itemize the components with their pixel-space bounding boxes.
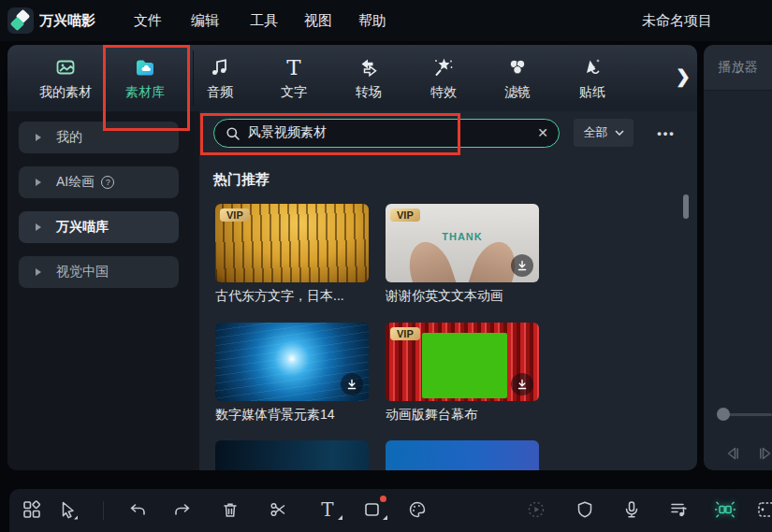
tab-label: 素材库 bbox=[106, 84, 184, 101]
section-title: 热门推荐 bbox=[213, 171, 269, 189]
download-button[interactable] bbox=[511, 373, 533, 395]
library-content: ✕ 全部 ••• 热门推荐 VIP 古代东方文字，日本... VIP THANK… bbox=[199, 111, 697, 470]
cloud-folder-icon bbox=[106, 53, 184, 81]
microphone-icon bbox=[621, 499, 642, 520]
previous-frame-button[interactable] bbox=[723, 444, 742, 463]
expand-tabs-chevron-icon[interactable]: ❯ bbox=[676, 65, 691, 87]
next-frame-button[interactable] bbox=[756, 444, 772, 463]
sidebar-item-ai-drawing[interactable]: AI绘画 ? bbox=[19, 166, 179, 198]
text-tool-button[interactable]: T bbox=[316, 498, 339, 521]
menu-help[interactable]: 帮助 bbox=[358, 12, 386, 30]
dropdown-corner-icon bbox=[383, 515, 387, 520]
frame-rect-icon bbox=[362, 499, 383, 520]
toolbar-divider bbox=[103, 501, 104, 520]
menu-tools[interactable]: 工具 bbox=[250, 12, 278, 30]
layout-grid-icon bbox=[22, 499, 42, 520]
record-voiceover-button[interactable] bbox=[620, 498, 643, 521]
card-title: 数字媒体背景元素14 bbox=[215, 407, 374, 424]
tab-transitions[interactable]: 转场 bbox=[329, 53, 408, 101]
shield-button[interactable] bbox=[574, 498, 596, 521]
chevron-down-icon bbox=[615, 130, 624, 136]
download-button[interactable] bbox=[341, 373, 363, 395]
tab-filters[interactable]: 滤镜 bbox=[478, 53, 557, 101]
expand-caret-icon bbox=[36, 223, 41, 231]
search-input[interactable] bbox=[248, 120, 519, 146]
menu-view[interactable]: 视图 bbox=[304, 12, 332, 30]
redo-button[interactable] bbox=[171, 498, 194, 521]
sidebar-item-wondershare-library[interactable]: 万兴喵库 bbox=[19, 211, 179, 243]
thumbnail-partial[interactable] bbox=[215, 440, 369, 470]
sidebar-item-mine[interactable]: 我的 bbox=[19, 122, 179, 153]
thumbnail-overlay-text: THANK bbox=[386, 231, 539, 242]
marker-button[interactable] bbox=[756, 498, 772, 521]
tab-media-library[interactable]: 素材库 bbox=[106, 53, 184, 101]
timeline-toolbar: T bbox=[9, 489, 772, 532]
trash-icon bbox=[220, 499, 240, 520]
tab-label: 转场 bbox=[329, 84, 408, 101]
select-tool-button[interactable] bbox=[57, 498, 80, 521]
audio-mixer-button[interactable] bbox=[667, 498, 690, 521]
transition-arrows-icon bbox=[329, 53, 408, 81]
media-panel: 我的素材 素材库 音频 T 文字 转场 bbox=[7, 45, 697, 470]
dropdown-corner-icon bbox=[338, 515, 342, 520]
vip-badge: VIP bbox=[220, 208, 250, 222]
pip-record-button[interactable] bbox=[361, 498, 384, 521]
redo-icon bbox=[172, 499, 193, 520]
tab-effects[interactable]: 特效 bbox=[404, 53, 483, 101]
app-name: 万兴喵影 bbox=[39, 12, 95, 30]
shield-icon bbox=[575, 499, 595, 520]
sidebar-item-visual-china[interactable]: 视觉中国 bbox=[19, 256, 179, 288]
previous-frame-icon bbox=[723, 444, 742, 463]
filter-circles-icon bbox=[478, 53, 557, 81]
player-header-tab[interactable]: 播放器 bbox=[704, 45, 772, 91]
media-tabbar: 我的素材 素材库 音频 T 文字 转场 bbox=[7, 45, 697, 111]
delete-button[interactable] bbox=[219, 498, 241, 521]
thumbnail-thank-you-animation[interactable]: VIP THANK bbox=[386, 204, 539, 282]
marker-icon bbox=[756, 499, 772, 520]
tabbar-divider bbox=[193, 50, 194, 106]
more-options-button[interactable]: ••• bbox=[647, 119, 686, 147]
render-preview-icon bbox=[526, 499, 546, 520]
tab-label: 特效 bbox=[404, 84, 483, 101]
palette-icon bbox=[407, 499, 428, 520]
media-stack-icon bbox=[26, 53, 105, 81]
help-icon[interactable]: ? bbox=[101, 176, 114, 189]
project-title: 未命名项目 bbox=[642, 12, 712, 30]
playback-progress-track[interactable] bbox=[726, 413, 772, 416]
search-icon bbox=[226, 126, 240, 141]
magic-wand-star-icon bbox=[404, 53, 483, 81]
thumbnail-stage-curtain[interactable]: VIP bbox=[386, 323, 539, 401]
auto-split-button[interactable] bbox=[714, 498, 736, 521]
layout-grid-button[interactable] bbox=[21, 498, 43, 521]
tab-label: 文字 bbox=[255, 84, 333, 101]
tab-text[interactable]: T 文字 bbox=[255, 53, 333, 101]
color-palette-button[interactable] bbox=[406, 498, 429, 521]
render-preview-button[interactable] bbox=[525, 498, 547, 521]
split-screen-glow-icon bbox=[715, 499, 736, 520]
next-frame-icon bbox=[756, 444, 772, 463]
menu-edit[interactable]: 编辑 bbox=[191, 12, 219, 30]
card-title: 古代东方文字，日本... bbox=[215, 288, 374, 305]
thumbnail-ancient-eastern-text[interactable]: VIP bbox=[215, 204, 369, 282]
menu-file[interactable]: 文件 bbox=[134, 12, 162, 30]
cursor-icon bbox=[58, 499, 79, 520]
playback-progress-handle[interactable] bbox=[717, 408, 730, 421]
app-logo-icon[interactable] bbox=[7, 7, 34, 34]
clear-search-icon[interactable]: ✕ bbox=[537, 125, 548, 140]
thumbnail-partial[interactable] bbox=[386, 440, 539, 470]
tab-stickers[interactable]: 贴纸 bbox=[553, 53, 632, 101]
split-cut-button[interactable] bbox=[267, 498, 289, 521]
search-box: ✕ bbox=[213, 119, 560, 148]
thumbnail-digital-background[interactable] bbox=[215, 323, 369, 401]
download-icon bbox=[345, 378, 358, 391]
card-title: 动画版舞台幕布 bbox=[386, 407, 545, 424]
filter-dropdown[interactable]: 全部 bbox=[574, 119, 634, 147]
vip-badge: VIP bbox=[390, 208, 420, 222]
sticker-cursor-icon bbox=[553, 53, 632, 81]
download-button[interactable] bbox=[511, 254, 533, 277]
tab-label: 贴纸 bbox=[553, 84, 632, 101]
scrollbar-thumb[interactable] bbox=[683, 194, 689, 219]
player-panel: 播放器 bbox=[704, 45, 772, 470]
undo-button[interactable] bbox=[126, 498, 149, 521]
tab-my-media[interactable]: 我的素材 bbox=[26, 53, 105, 101]
